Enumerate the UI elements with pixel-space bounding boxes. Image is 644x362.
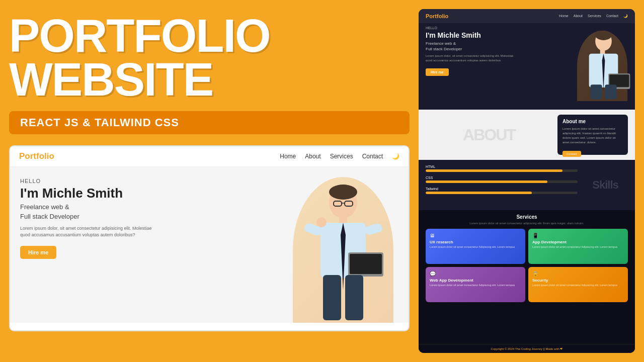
rp-hello: HELLO (426, 26, 628, 30)
card-desc: Lorem ipsum dolor, sit amet consectetur … (20, 225, 161, 239)
rp-desc: Lorem ipsum dolor, sit amet consectetur … (426, 54, 516, 62)
rp-hero: Portfolio Home About Services Contact 🌙 … (419, 9, 635, 110)
rp-service-card: 🔒 Security Lorem ipsum dolor sit amet co… (528, 267, 628, 302)
card-nav-contact[interactable]: Contact (362, 153, 383, 160)
main-title-line2: WEBSITE (9, 58, 410, 102)
rp-service-card: 💬 Web App Development Lorem ipsum dolor … (426, 267, 525, 302)
rp-hero-content: HELLO I'm Michle Smith Freelance web & F… (419, 23, 635, 101)
rp-service-card: 📱 App Development Lorem ipsum dolor sit … (528, 229, 628, 264)
outer-container: PORTFOLIO WEBSITE REACT JS & TAILWIND CS… (0, 0, 644, 362)
rp-nav-about[interactable]: About (574, 14, 583, 18)
rp-skills-big: Skills (592, 178, 618, 192)
rp-services-title: Services (426, 214, 628, 220)
rp-skills-title: Skills (583, 165, 628, 205)
service-icon: 💬 (430, 271, 521, 277)
service-name: Web App Development (430, 278, 521, 283)
card-nav-links: Home About Services Contact 🌙 (280, 153, 399, 160)
skill-row: Tailwind (426, 187, 578, 194)
rp-about-big-text: ABOUT (463, 126, 515, 144)
service-desc: Lorem ipsum dolor sit amet consectetur A… (532, 245, 624, 249)
card-nav-moon[interactable]: 🌙 (392, 153, 399, 160)
service-desc: Lorem ipsum dolor sit amet consectetur A… (532, 284, 624, 288)
main-title-line1: PORTFOLIO (9, 14, 410, 58)
card-nav-home[interactable]: Home (280, 153, 296, 160)
card-hero-left: HELLO I'm Michle Smith Freelance web & F… (10, 167, 409, 323)
service-desc: Lorem ipsum dolor sit amet consectetur A… (430, 284, 521, 288)
main-title: PORTFOLIO WEBSITE (9, 14, 410, 102)
left-panel: PORTFOLIO WEBSITE REACT JS & TAILWIND CS… (9, 9, 410, 353)
skill-row: HTML (426, 165, 578, 172)
card-role: Freelance web & Full stack Developer (20, 203, 398, 221)
right-panel: Portfolio Home About Services Contact 🌙 … (419, 9, 635, 353)
rp-services-grid: 🖥 UX research Lorem ipsum dolor sit amet… (426, 229, 628, 302)
skill-label: CSS (426, 176, 578, 179)
rp-services-desc: Lorem ipsum dolor sit amet consectetur a… (426, 222, 628, 225)
skill-bar-bg (426, 180, 578, 183)
rp-about-desc: Lorem ipsum dolor sit amet consectetur a… (562, 127, 623, 145)
rp-name: I'm Michle Smith (426, 31, 628, 39)
subtitle-badge: REACT JS & TAILWIND CSS (9, 111, 410, 134)
card-nav-about[interactable]: About (305, 153, 320, 160)
rp-about-left: ABOUT (426, 115, 552, 155)
card-navbar: Portfolio Home About Services Contact 🌙 (10, 146, 409, 167)
rp-hire-button[interactable]: Hire me (426, 68, 449, 76)
rp-footer-heart: ❤ (560, 347, 562, 350)
service-name: UX research (430, 240, 521, 244)
service-icon: 📱 (532, 233, 624, 238)
rp-nav-links: Home About Services Contact 🌙 (559, 14, 628, 18)
card-hire-button[interactable]: Hire me (20, 246, 56, 259)
skill-bar-fill (426, 180, 547, 183)
skill-bar-fill (426, 169, 562, 172)
portfolio-card: Portfolio Home About Services Contact 🌙 … (9, 145, 410, 331)
service-name: App Development (532, 240, 624, 244)
service-icon: 🖥 (430, 233, 521, 238)
card-nav-services[interactable]: Services (330, 153, 353, 160)
rp-nav-moon[interactable]: 🌙 (623, 14, 628, 18)
service-name: Security (532, 278, 624, 283)
rp-skills-bars: HTML CSS Tailwind (426, 165, 578, 205)
rp-services: Services Lorem ipsum dolor sit amet cons… (419, 210, 635, 344)
card-hello: HELLO (20, 178, 398, 184)
skill-label: Tailwind (426, 187, 578, 191)
rp-footer: Copyright © 2024 The Coding Journey || M… (419, 344, 635, 353)
rp-about-card: About me Lorem ipsum dolor sit amet cons… (557, 115, 628, 155)
service-icon: 🔒 (532, 271, 624, 277)
rp-footer-text: Copyright © 2024 The Coding Journey || M… (491, 347, 559, 350)
skill-bar-bg (426, 192, 578, 194)
rp-about-title: About me (562, 119, 623, 124)
skill-row: CSS (426, 176, 578, 183)
rp-hero-left: HELLO I'm Michle Smith Freelance web & F… (426, 26, 628, 98)
service-desc: Lorem ipsum dolor sit amet consectetur A… (430, 245, 521, 249)
skill-bar-bg (426, 169, 578, 172)
rp-about: ABOUT About me Lorem ipsum dolor sit ame… (419, 110, 635, 160)
rp-contact-button[interactable]: Contact (562, 151, 581, 157)
card-logo: Portfolio (19, 151, 54, 161)
rp-nav: Portfolio Home About Services Contact 🌙 (419, 9, 635, 23)
rp-nav-services[interactable]: Services (588, 14, 601, 18)
skill-label: HTML (426, 165, 578, 168)
rp-logo: Portfolio (426, 13, 448, 19)
skill-bar-fill (426, 192, 532, 194)
rp-nav-home[interactable]: Home (559, 14, 569, 18)
rp-nav-contact[interactable]: Contact (606, 14, 618, 18)
rp-role: Freelance web & Full stack Developer (426, 41, 628, 52)
rp-skills: HTML CSS Tailwind Skills (419, 160, 635, 210)
card-hero: HELLO I'm Michle Smith Freelance web & F… (10, 167, 409, 323)
card-name: I'm Michle Smith (20, 186, 398, 201)
rp-service-card: 🖥 UX research Lorem ipsum dolor sit amet… (426, 229, 525, 264)
